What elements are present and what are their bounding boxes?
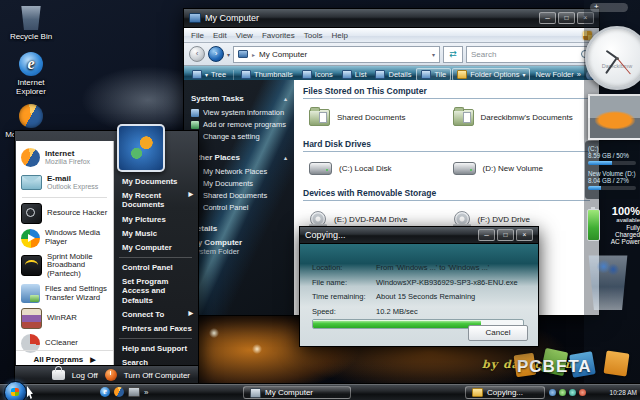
- menu-edit[interactable]: Edit: [213, 31, 227, 40]
- desktop-icon-recycle-bin[interactable]: Recycle Bin: [2, 4, 60, 41]
- menu-bar: File Edit View Favorites Tools Help: [184, 28, 599, 43]
- tray-icon-1[interactable]: [549, 389, 556, 396]
- thumbnails-button[interactable]: Thumbnails: [237, 69, 297, 80]
- quick-launch-ie-icon[interactable]: e: [100, 387, 110, 397]
- battery-sub: available: [603, 217, 640, 224]
- log-off-button[interactable]: Log Off: [72, 371, 98, 380]
- battery-percent: 100%: [603, 205, 640, 217]
- start-item-program-access[interactable]: Set Program Access and Defaults: [114, 274, 197, 307]
- toolbar-overflow-icon[interactable]: »: [577, 70, 581, 79]
- drive-meter-gadget[interactable]: (C:) 8.59 GB / 50% New Volume (D:) 8.04 …: [585, 141, 639, 199]
- file-item-shared-documents[interactable]: Shared Documents: [303, 107, 447, 128]
- start-item-my-pictures[interactable]: My Pictures: [114, 212, 197, 226]
- start-item-email[interactable]: E-mail Outlook Express: [16, 169, 113, 195]
- start-item-printers[interactable]: Printers and Faxes: [114, 322, 197, 336]
- start-item-my-computer[interactable]: My Computer: [114, 241, 197, 255]
- start-item-winrar[interactable]: WinRAR: [16, 306, 113, 332]
- start-item-help[interactable]: Help and Support: [114, 341, 197, 355]
- taskbar-item-my-computer[interactable]: My Computer: [243, 386, 351, 399]
- menu-view[interactable]: View: [236, 31, 253, 40]
- speed-value: 10.2 MB/sec: [376, 307, 418, 316]
- drive-item-d[interactable]: (D:) New Volume: [447, 160, 591, 177]
- all-programs-button[interactable]: All Programs ▶: [16, 350, 113, 364]
- internet-explorer-icon: e: [19, 52, 43, 76]
- tray-icon-2[interactable]: [559, 389, 566, 396]
- other-places-header[interactable]: Other Places ▴: [191, 153, 287, 162]
- breadcrumb-dropdown-icon[interactable]: ▾: [432, 51, 435, 58]
- menu-file[interactable]: File: [191, 31, 204, 40]
- desktop-icon-internet-explorer[interactable]: e Internet Explorer: [2, 52, 60, 96]
- user-avatar[interactable]: [117, 124, 165, 172]
- list-icon: [342, 70, 352, 79]
- menu-help[interactable]: Help: [331, 31, 347, 40]
- back-button[interactable]: ‹: [189, 46, 205, 62]
- views-dropdown-icon: ▾: [205, 71, 208, 78]
- start-menu-left-panel: Internet Mozilla Firefox E-mail Outlook …: [16, 141, 114, 366]
- maximize-button[interactable]: □: [558, 12, 575, 24]
- sidebar-link-add-remove[interactable]: Add or remove programs: [191, 120, 287, 129]
- show-desktop-icon[interactable]: [128, 387, 140, 397]
- sidebar-add-gadget-button[interactable]: +: [590, 3, 628, 12]
- forward-button[interactable]: ›: [208, 46, 224, 62]
- sidebar-link-system-info[interactable]: View system information: [191, 108, 287, 117]
- photo-gadget[interactable]: [588, 94, 640, 140]
- menu-tools[interactable]: Tools: [304, 31, 323, 40]
- dialog-titlebar[interactable]: Copying... ─ □ ×: [300, 227, 538, 244]
- start-item-media-player[interactable]: Windows Media Player: [16, 226, 113, 250]
- turn-off-button[interactable]: Turn Off Computer: [124, 371, 190, 380]
- sidebar-link-control-panel[interactable]: Control Panel: [191, 203, 287, 212]
- breadcrumb[interactable]: ▸ My Computer ▾: [233, 46, 440, 63]
- search-input[interactable]: Search: [466, 46, 594, 63]
- refresh-button[interactable]: ⇄: [443, 46, 463, 63]
- list-button[interactable]: List: [338, 69, 371, 80]
- menu-favorites[interactable]: Favorites: [262, 31, 295, 40]
- file-item-user-documents[interactable]: Dareckibmw's Documents: [447, 107, 591, 128]
- quick-launch-firefox-icon[interactable]: [114, 387, 124, 397]
- window-titlebar[interactable]: My Computer ─ □ ×: [184, 9, 599, 28]
- sidebar-link-change-setting[interactable]: Change a setting: [191, 132, 287, 141]
- details-header[interactable]: Details: [191, 224, 287, 233]
- minimize-button[interactable]: ─: [478, 229, 495, 241]
- collapse-icon[interactable]: ▴: [284, 95, 287, 102]
- start-item-my-recent-documents[interactable]: My Recent Documents ▶: [114, 188, 197, 212]
- system-tasks-header[interactable]: System Tasks ▴: [191, 94, 287, 103]
- start-item-control-panel[interactable]: Control Panel: [114, 260, 197, 274]
- battery-gadget[interactable]: 100% available Fully Charged AC Power: [587, 203, 640, 247]
- minimize-button[interactable]: ─: [539, 12, 556, 24]
- tray-icon-3[interactable]: [569, 389, 576, 396]
- close-button[interactable]: ×: [516, 229, 533, 241]
- maximize-button[interactable]: □: [497, 229, 514, 241]
- tray-icon-4[interactable]: [579, 389, 586, 396]
- clock-center-pin: [616, 57, 619, 60]
- start-item-transfer-wizard[interactable]: Files and Settings Transfer Wizard: [16, 282, 113, 306]
- views-button[interactable]: ▾ Tree: [188, 69, 230, 80]
- battery-status: Fully Charged: [603, 224, 640, 238]
- drive-c-detail: 8.59 GB / 50%: [588, 152, 636, 159]
- start-item-my-music[interactable]: My Music: [114, 226, 197, 240]
- start-item-internet[interactable]: Internet Mozilla Firefox: [16, 145, 113, 169]
- hard-drive-icon: [453, 162, 476, 175]
- nav-history-dropdown[interactable]: ▾: [227, 51, 230, 58]
- sidebar-link-my-documents[interactable]: My Documents: [191, 179, 287, 188]
- icons-button[interactable]: Icons: [298, 69, 337, 80]
- new-folder-button[interactable]: New Folder »: [531, 69, 585, 80]
- start-item-my-documents[interactable]: My Documents: [114, 174, 197, 188]
- clock-gadget[interactable]: Dareckibmw: [585, 26, 640, 90]
- user-documents-icon: [453, 109, 474, 126]
- taskbar-clock[interactable]: 10:28 AM: [610, 389, 637, 396]
- drive-c-label: (C:): [588, 145, 636, 152]
- collapse-icon[interactable]: ▴: [284, 154, 287, 161]
- start-item-sprint[interactable]: Sprint Mobile Broadband (Pantech): [16, 250, 113, 282]
- start-item-connect-to[interactable]: Connect To ▶: [114, 307, 197, 321]
- start-button[interactable]: [4, 381, 27, 400]
- quick-launch-overflow-icon[interactable]: »: [144, 388, 148, 397]
- drive-item-c[interactable]: (C:) Local Disk: [303, 160, 447, 177]
- start-item-resource-hacker[interactable]: Resource Hacker: [16, 200, 113, 226]
- taskbar-item-copying[interactable]: Copying...: [465, 386, 545, 399]
- copying-task-icon: [472, 388, 483, 397]
- cancel-button[interactable]: Cancel: [468, 325, 528, 341]
- details-button[interactable]: Details: [371, 69, 415, 80]
- sidebar-link-shared-documents[interactable]: Shared Documents: [191, 191, 287, 200]
- sidebar-link-network-places[interactable]: My Network Places: [191, 167, 287, 176]
- firefox-icon: [21, 148, 40, 167]
